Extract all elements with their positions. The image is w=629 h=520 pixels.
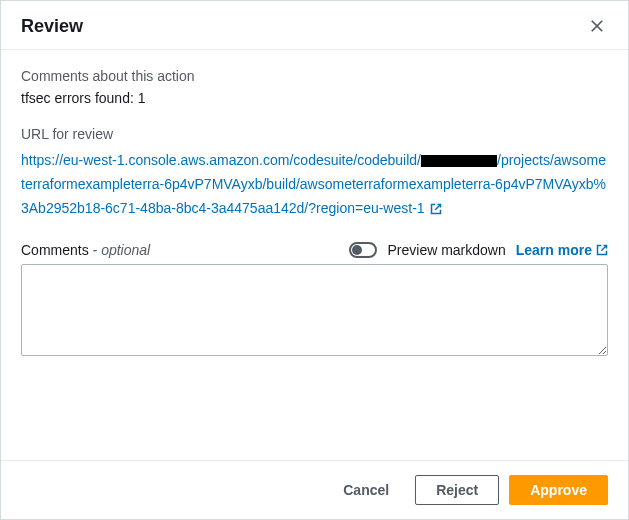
modal-footer: Cancel Reject Approve xyxy=(1,460,628,519)
external-link-icon xyxy=(430,203,442,215)
preview-markdown-toggle[interactable] xyxy=(349,242,377,258)
learn-more-link[interactable]: Learn more xyxy=(516,242,608,258)
modal-title: Review xyxy=(21,16,83,37)
close-button[interactable] xyxy=(586,15,608,37)
preview-markdown-label: Preview markdown xyxy=(387,242,505,258)
url-part1: https://eu-west-1.console.aws.amazon.com… xyxy=(21,152,421,168)
svg-line-2 xyxy=(436,205,441,210)
reject-button[interactable]: Reject xyxy=(415,475,499,505)
url-label: URL for review xyxy=(21,126,608,142)
review-modal: Review Comments about this action tfsec … xyxy=(1,1,628,519)
external-link-icon xyxy=(596,244,608,256)
modal-body: Comments about this action tfsec errors … xyxy=(1,50,628,460)
comments-about-value: tfsec errors found: 1 xyxy=(21,90,608,106)
comments-label: Comments xyxy=(21,242,89,258)
url-container: https://eu-west-1.console.aws.amazon.com… xyxy=(21,148,608,220)
svg-line-3 xyxy=(601,246,606,251)
cancel-button[interactable]: Cancel xyxy=(327,476,405,504)
learn-more-label: Learn more xyxy=(516,242,592,258)
close-icon xyxy=(590,19,604,33)
comments-about-label: Comments about this action xyxy=(21,68,608,84)
review-url-link[interactable]: https://eu-west-1.console.aws.amazon.com… xyxy=(21,152,606,216)
optional-text: - optional xyxy=(89,242,150,258)
redacted-segment xyxy=(421,155,497,167)
comments-label-container: Comments - optional xyxy=(21,242,150,258)
approve-button[interactable]: Approve xyxy=(509,475,608,505)
modal-header: Review xyxy=(1,1,628,50)
comments-textarea[interactable] xyxy=(21,264,608,356)
comments-controls: Preview markdown Learn more xyxy=(349,242,608,258)
comments-row: Comments - optional Preview markdown Lea… xyxy=(21,242,608,258)
